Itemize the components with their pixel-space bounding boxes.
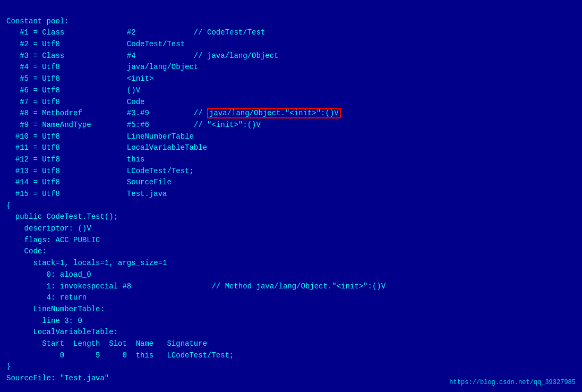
line-12: #12 = Utf8 this: [6, 155, 144, 164]
line-5: #5 = Utf8 <init>: [6, 74, 153, 83]
line-localvariable-label: LocalVariableTable:: [6, 328, 118, 336]
line-14: #14 = Utf8 SourceFile: [6, 178, 172, 186]
line-10: #10 = Utf8 LineNumberTable: [6, 132, 194, 141]
line-13: #13 = Utf8 LCodeTest/Test;: [6, 167, 194, 175]
line-sourcefile: SourceFile: "Test.java": [6, 374, 109, 382]
line-11: #11 = Utf8 LocalVariableTable: [6, 143, 207, 152]
line-aload: 0: aload_0: [6, 270, 91, 279]
line-code-label: Code:: [6, 247, 47, 255]
line-descriptor: descriptor: ()V: [6, 224, 91, 233]
line-7: #7 = Utf8 Code: [6, 98, 144, 106]
line-close-brace: }: [6, 362, 11, 371]
line-invokespecial: 1: invokespecial #8 // Method java/lang/…: [6, 282, 386, 291]
watermark: https://blog.csdn.net/qq_39327985: [449, 378, 576, 388]
line-open-brace: {: [6, 201, 11, 210]
highlighted-method-ref: java/lang/Object."<init>":()V: [207, 108, 341, 118]
line-15: #15 = Utf8 Test.java: [6, 190, 167, 198]
line-6: #6 = Utf8 ()V: [6, 86, 140, 95]
line-3: #3 = Class #4 // java/lang/Object: [6, 52, 278, 60]
code-content: Constant pool: #1 = Class #2 // CodeTest…: [6, 4, 576, 385]
line-return: 4: return: [6, 293, 87, 302]
line-9: #9 = NameAndType #5:#6 // "<init>":()V: [6, 121, 261, 129]
line-constant-pool: Constant pool:: [6, 17, 69, 25]
line-8: #8 = Methodref #3.#9 // java/lang/Object…: [6, 108, 341, 118]
line-4: #4 = Utf8 java/lang/Object: [6, 63, 198, 71]
line-line3: line 3: 0: [6, 317, 82, 325]
line-localvariable-row: 0 5 0 this LCodeTest/Test;: [6, 351, 234, 360]
line-linenumber-label: LineNumberTable:: [6, 305, 105, 313]
line-flags: flags: ACC_PUBLIC: [6, 236, 100, 244]
line-stack: stack=1, locals=1, args_size=1: [6, 259, 167, 267]
line-constructor: public CodeTest.Test();: [6, 212, 118, 221]
line-1: #1 = Class #2 // CodeTest/Test: [6, 28, 265, 37]
line-2: #2 = Utf8 CodeTest/Test: [6, 40, 185, 48]
line-localvariable-header: Start Length Slot Name Signature: [6, 339, 207, 348]
